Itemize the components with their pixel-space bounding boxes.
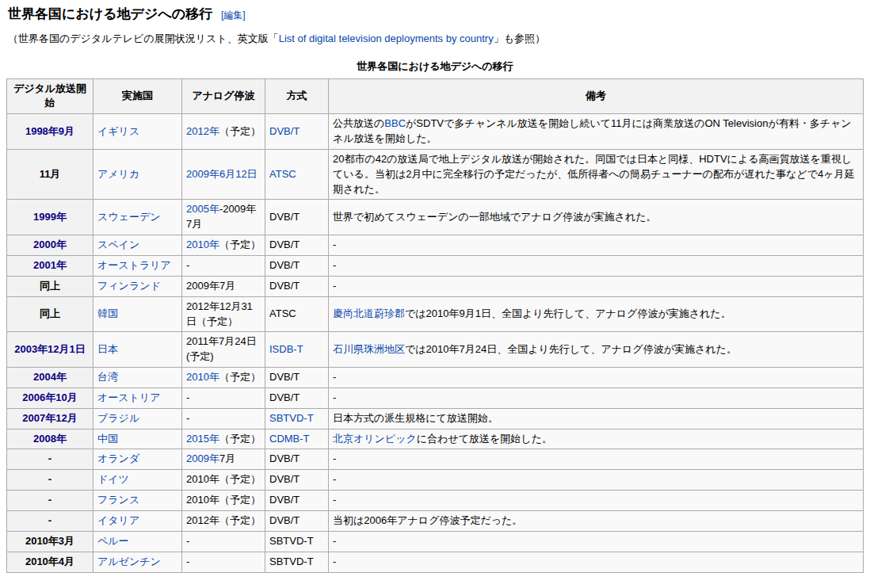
wiki-link[interactable]: アメリカ	[97, 168, 139, 180]
cell-analog-shutdown: -	[182, 531, 265, 552]
cell-text: 2009年7月	[186, 280, 235, 292]
cell-text: 2010年（予定）	[186, 473, 261, 485]
wiki-link[interactable]: アルゼンチン	[97, 556, 161, 567]
section-heading: 世界各国における地デジへの移行 [編集]	[8, 6, 864, 22]
table-row: 2010年3月ペルー-SBTVD-T-	[7, 531, 864, 552]
cell-country: イタリア	[93, 510, 182, 531]
wiki-link[interactable]: 2015年	[186, 433, 219, 445]
cell-system: ISDB-T	[265, 332, 329, 368]
cell-country: 中国	[93, 429, 182, 449]
wiki-link[interactable]: SBTVD-T	[269, 412, 314, 424]
wiki-link[interactable]: 2009年6月12日	[186, 168, 258, 180]
wiki-link[interactable]: オーストラリア	[97, 259, 171, 271]
table-row: 2003年12月1日日本2011年7月24日(予定)ISDB-T石川県珠洲地区で…	[7, 332, 864, 368]
wiki-link[interactable]: オーストリア	[97, 391, 161, 403]
wiki-link[interactable]: ブラジル	[97, 412, 139, 424]
wiki-link[interactable]: 石川県珠洲地区	[333, 343, 405, 355]
wiki-link[interactable]: 2010年	[186, 239, 219, 250]
cell-analog-shutdown: -	[182, 552, 265, 572]
edit-section-link[interactable]: [編集]	[221, 10, 246, 21]
cell-text: -	[333, 473, 336, 485]
cell-country: オーストラリア	[93, 256, 182, 277]
wiki-link[interactable]: 2012年	[186, 125, 219, 137]
wiki-link[interactable]: 中国	[97, 433, 118, 445]
wiki-link[interactable]: イタリア	[97, 514, 139, 526]
cell-text: DVB/T	[269, 391, 300, 403]
cell-system: ATSC	[265, 149, 329, 200]
cell-country: ドイツ	[93, 470, 182, 491]
wiki-link[interactable]: 2003年12月1日	[14, 343, 86, 355]
cell-text: （予定）	[219, 433, 261, 445]
cell-country: イギリス	[93, 114, 182, 150]
wiki-link[interactable]: 2006年10月	[22, 391, 77, 403]
cell-analog-shutdown: -	[182, 388, 265, 408]
wiki-link[interactable]: 2005年	[186, 203, 219, 215]
cell-remarks: -	[329, 276, 864, 296]
cell-remarks: -	[329, 552, 864, 572]
cell-country: 台湾	[93, 368, 182, 388]
table-row: -フランス2010年（予定）DVB/T-	[7, 491, 864, 511]
page-title: 世界各国における地デジへの移行	[8, 6, 212, 21]
table-row: 2004年台湾2010年（予定）DVB/T-	[7, 368, 864, 388]
cell-text: DVB/T	[269, 514, 300, 526]
cell-remarks: -	[329, 470, 864, 491]
wiki-link[interactable]: 1998年9月	[25, 125, 74, 137]
table-row: 同上韓国2012年12月31日（予定）ATSC慶尚北道蔚珍郡では2010年9月1…	[7, 296, 864, 332]
wiki-link[interactable]: ATSC	[269, 168, 296, 180]
cell-digital-start: 1999年	[7, 200, 93, 235]
wiki-link[interactable]: 2000年	[33, 239, 67, 250]
cell-text: -	[333, 280, 336, 292]
cell-remarks: 20都市の42の放送局で地上デジタル放送が開始された。同国では日本と同様、HDT…	[329, 149, 864, 200]
cell-remarks: -	[329, 256, 864, 277]
wiki-link[interactable]: 北京オリンピック	[333, 433, 417, 445]
wiki-link[interactable]: 2008年	[33, 433, 67, 445]
wiki-link[interactable]: スペイン	[97, 239, 139, 250]
cell-remarks: 慶尚北道蔚珍郡では2010年9月1日、全国より先行して、アナログ停波が実施された…	[329, 296, 864, 332]
cell-system: CDMB-T	[265, 429, 329, 449]
wiki-link[interactable]: フィンランド	[97, 280, 161, 292]
cell-system: DVB/T	[265, 114, 329, 150]
cell-digital-start: 同上	[7, 296, 93, 332]
wiki-link[interactable]: 慶尚北道蔚珍郡	[333, 307, 405, 319]
cell-text: DVB/T	[269, 452, 300, 464]
wiki-link[interactable]: 2010年	[186, 371, 219, 383]
cell-text: 公共放送の	[333, 117, 384, 129]
cell-digital-start: 11月	[7, 149, 93, 200]
cell-text: 2011年7月24日(予定)	[186, 335, 257, 362]
wiki-link[interactable]: オランダ	[97, 452, 139, 464]
wiki-link[interactable]: CDMB-T	[269, 433, 310, 445]
wiki-link[interactable]: ドイツ	[97, 473, 129, 485]
wiki-link[interactable]: イギリス	[97, 125, 139, 137]
wiki-link[interactable]: 2001年	[33, 259, 67, 271]
wiki-link[interactable]: ISDB-T	[269, 343, 303, 355]
cell-country: オランダ	[93, 449, 182, 470]
wiki-link[interactable]: 2004年	[33, 371, 67, 383]
cell-analog-shutdown: 2010年（予定）	[182, 368, 265, 388]
cell-text: -	[48, 452, 52, 464]
english-version-link[interactable]: List of digital television deployments b…	[279, 32, 494, 44]
cell-country: ペルー	[93, 531, 182, 552]
wiki-link[interactable]: BBC	[384, 117, 406, 129]
wiki-link[interactable]: 台湾	[97, 371, 118, 383]
wiki-link[interactable]: DVB/T	[269, 125, 300, 137]
cell-text: 11月	[40, 168, 61, 180]
cell-system: SBTVD-T	[265, 531, 329, 552]
wiki-link[interactable]: 韓国	[97, 307, 118, 319]
table-row: 2010年4月アルゼンチン-SBTVD-T-	[7, 552, 864, 572]
wiki-link[interactable]: 1999年	[33, 211, 67, 223]
cell-country: 日本	[93, 332, 182, 368]
cell-text: 2010年3月	[25, 535, 74, 547]
wiki-link[interactable]: ペルー	[97, 535, 129, 547]
cell-text: 2012年（予定）	[186, 514, 261, 526]
wiki-link[interactable]: フランス	[97, 494, 139, 506]
cell-digital-start: -	[7, 510, 93, 531]
wiki-link[interactable]: スウェーデン	[97, 211, 161, 223]
wiki-link[interactable]: 日本	[97, 343, 118, 355]
cell-text: -	[333, 391, 336, 403]
table-row: 11月アメリカ2009年6月12日ATSC20都市の42の放送局で地上デジタル放…	[7, 149, 864, 200]
cell-text: 2012年12月31日（予定）	[186, 300, 253, 327]
wiki-link[interactable]: 2009年	[186, 452, 219, 464]
wiki-link[interactable]: 2007年12月	[22, 412, 77, 424]
cell-digital-start: 2007年12月	[7, 408, 93, 429]
cell-analog-shutdown: 2015年（予定）	[182, 429, 265, 449]
